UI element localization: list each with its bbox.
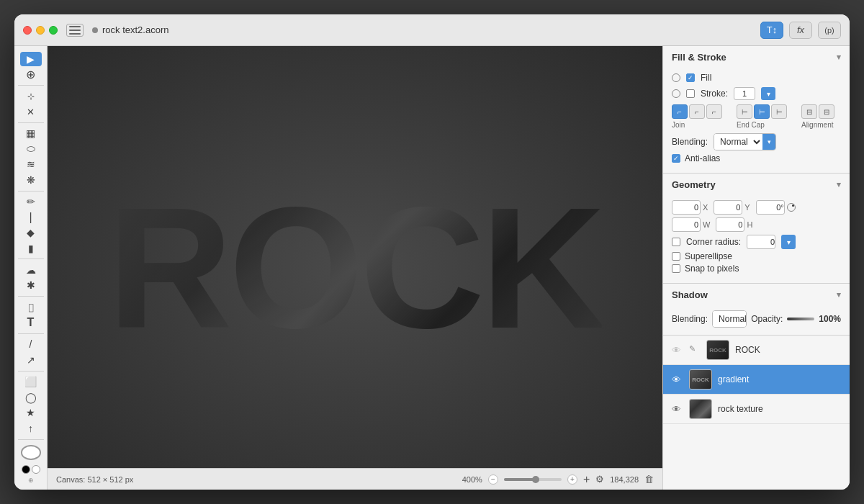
fill-tool[interactable]: ◆ bbox=[20, 225, 42, 240]
settings-btn[interactable]: ⚙ bbox=[595, 474, 604, 485]
geometry-header[interactable]: Geometry ▾ bbox=[663, 174, 850, 196]
star-shape[interactable]: ★ bbox=[20, 406, 42, 420]
angle-circle bbox=[787, 203, 796, 212]
stroke-label: Stroke: bbox=[701, 89, 728, 99]
ellipse-draw[interactable]: ◯ bbox=[20, 390, 42, 405]
shadow-body: Blending: Normal ▾ Opacity: 100% bbox=[663, 306, 850, 335]
title-filename: rock text2.acorn bbox=[92, 24, 169, 35]
endcap-btn-1[interactable]: ⊢ bbox=[737, 104, 752, 119]
layer-edit-rock[interactable]: ✎ bbox=[689, 344, 701, 356]
sidebar-toggle-button[interactable] bbox=[66, 24, 84, 37]
text-properties-btn[interactable]: T↕ bbox=[760, 22, 783, 39]
blending-dropdown-arrow[interactable]: ▾ bbox=[762, 134, 775, 150]
antialias-checkbox[interactable]: ✓ bbox=[672, 154, 680, 163]
titlebar-right-buttons: T↕ fx (p) bbox=[760, 22, 841, 39]
stroke-dropdown-btn[interactable]: ▾ bbox=[761, 87, 775, 100]
canvas-inner: ROCK bbox=[48, 46, 662, 490]
shadow-header[interactable]: Shadow ▾ bbox=[663, 284, 850, 306]
zoom-minus-btn[interactable]: − bbox=[488, 474, 498, 485]
layer-eye-icon-rock[interactable]: 👁 bbox=[672, 345, 683, 356]
stroke-checkbox[interactable] bbox=[686, 89, 695, 98]
trash-btn[interactable]: 🗑 bbox=[644, 474, 654, 485]
ellipse-select[interactable]: ⬭ bbox=[20, 142, 42, 156]
zoom-tool[interactable]: ⊕ bbox=[20, 68, 42, 82]
stroke-radio[interactable] bbox=[672, 89, 680, 98]
eraser-tool[interactable]: ▮ bbox=[20, 241, 42, 256]
layer-eye-icon-gradient[interactable]: 👁 bbox=[672, 374, 683, 385]
fill-stroke-header[interactable]: Fill & Stroke ▾ bbox=[663, 46, 850, 68]
canvas-area[interactable]: ROCK Canvas: 512 × 512 px 400% − + + ⚙ 1… bbox=[48, 46, 662, 490]
layer-item-rock[interactable]: 👁 ✎ ROCK ROCK bbox=[663, 336, 850, 365]
shadow-blending-select[interactable]: Normal bbox=[713, 311, 747, 327]
arrow-tool[interactable]: ▶ bbox=[20, 52, 42, 66]
w-input[interactable] bbox=[672, 217, 701, 232]
alignment-label: Alignment bbox=[801, 121, 833, 129]
transform-tool[interactable]: ✕ bbox=[20, 104, 42, 119]
join-btn-3[interactable]: ⌐ bbox=[706, 104, 722, 119]
fx-btn[interactable]: fx bbox=[789, 22, 812, 39]
arrow-shape[interactable]: ↗ bbox=[20, 353, 42, 367]
blur-tool[interactable]: ☁ bbox=[20, 263, 42, 277]
join-btn-1[interactable]: ⌐ bbox=[672, 104, 688, 119]
endcap-btn-3[interactable]: ⊢ bbox=[771, 104, 787, 119]
toolbar-separator-3 bbox=[18, 191, 44, 192]
blending-label: Blending: bbox=[672, 137, 708, 147]
arrow-up[interactable]: ↑ bbox=[20, 421, 42, 436]
layer-eye-icon-texture[interactable]: 👁 bbox=[672, 404, 683, 415]
script-btn[interactable]: (p) bbox=[818, 22, 841, 39]
layer-item-texture[interactable]: 👁 rock texture bbox=[663, 395, 850, 424]
layer-item-gradient[interactable]: 👁 ROCK gradient bbox=[663, 365, 850, 395]
superellipse-checkbox[interactable] bbox=[672, 252, 680, 261]
layer-name-texture: rock texture bbox=[718, 404, 763, 414]
toolbar-separator-2 bbox=[18, 122, 44, 123]
pencil-tool[interactable]: ✏ bbox=[20, 194, 42, 209]
zoom-slider[interactable] bbox=[504, 478, 562, 481]
rect-shape[interactable]: ⌷ bbox=[20, 300, 42, 315]
background-color[interactable] bbox=[32, 465, 40, 474]
blending-select[interactable]: Normal bbox=[714, 134, 762, 150]
join-endcap-row: ⌐ ⌐ ⌐ Join ⊢ ⊢ ⊢ End bbox=[672, 104, 841, 129]
foreground-color[interactable] bbox=[22, 465, 30, 474]
zoom-plus-btn[interactable]: + bbox=[567, 474, 577, 485]
h-field: H bbox=[716, 217, 752, 232]
minimize-button[interactable] bbox=[36, 26, 45, 35]
y-input[interactable] bbox=[714, 200, 742, 215]
close-button[interactable] bbox=[23, 26, 32, 35]
rect-select[interactable]: ▦ bbox=[20, 127, 42, 141]
lasso-tool[interactable]: ≋ bbox=[20, 158, 42, 172]
fill-stroke-chevron: ▾ bbox=[837, 53, 841, 62]
crop-tool[interactable]: ⊹ bbox=[20, 89, 42, 104]
angle-input[interactable] bbox=[756, 200, 785, 215]
zoom-slider-fill bbox=[504, 478, 536, 481]
shadow-title: Shadow bbox=[672, 289, 708, 300]
corner-radius-input[interactable] bbox=[747, 235, 775, 249]
effect-tool[interactable]: ✱ bbox=[20, 279, 42, 293]
fullscreen-button[interactable] bbox=[49, 26, 58, 35]
fill-radio[interactable] bbox=[672, 73, 680, 82]
corner-dropdown-btn[interactable]: ▾ bbox=[781, 235, 796, 249]
main-window: rock text2.acorn T↕ fx (p) ▶ ⊕ ⊹ ✕ ▦ ⬭ ≋… bbox=[14, 14, 850, 490]
text-tool[interactable]: T bbox=[20, 315, 42, 330]
corner-radius-checkbox[interactable] bbox=[672, 238, 680, 246]
filename-label: rock text2.acorn bbox=[102, 24, 169, 35]
y-field: Y bbox=[714, 200, 750, 215]
h-input[interactable] bbox=[716, 217, 744, 232]
join-btn-2[interactable]: ⌐ bbox=[689, 104, 705, 119]
add-layer-btn[interactable]: + bbox=[583, 473, 590, 486]
line-tool[interactable]: / bbox=[20, 338, 42, 352]
zoom-indicator[interactable]: ⊕ bbox=[28, 477, 34, 484]
canvas-bottom-right: 400% − + + ⚙ 184,328 🗑 bbox=[462, 473, 654, 486]
align-btn-1[interactable]: ⊟ bbox=[801, 104, 817, 119]
layer-thumb-texture-inner bbox=[690, 400, 711, 418]
opacity-bar[interactable] bbox=[787, 318, 814, 320]
fill-checkbox[interactable]: ✓ bbox=[686, 73, 695, 82]
brush-tool[interactable]: | bbox=[20, 210, 42, 225]
rect-draw[interactable]: ⬜ bbox=[20, 374, 42, 389]
x-input[interactable] bbox=[672, 200, 701, 215]
align-btn-2[interactable]: ⊟ bbox=[819, 104, 834, 119]
stroke-value-input[interactable] bbox=[734, 87, 755, 100]
endcap-btn-2[interactable]: ⊢ bbox=[754, 104, 770, 119]
magic-wand[interactable]: ❋ bbox=[20, 173, 42, 187]
snap-pixels-checkbox[interactable] bbox=[672, 264, 680, 273]
color-preview[interactable] bbox=[21, 445, 41, 460]
